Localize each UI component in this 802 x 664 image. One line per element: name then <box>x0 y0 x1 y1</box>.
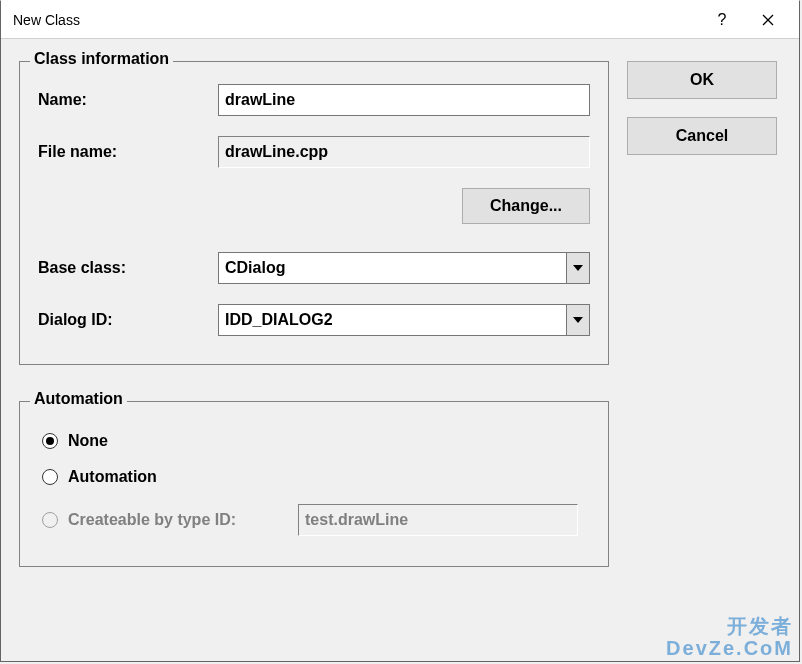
dialog-id-dropdown-button[interactable] <box>566 304 590 336</box>
svg-marker-3 <box>573 317 583 323</box>
name-label: Name: <box>38 91 218 109</box>
change-button[interactable]: Change... <box>462 188 590 224</box>
base-class-dropdown-button[interactable] <box>566 252 590 284</box>
dialog-id-input[interactable] <box>218 304 566 336</box>
class-info-legend: Class information <box>30 50 173 68</box>
watermark: 开发者 DevZe.CoM <box>666 615 793 659</box>
watermark-line2: DevZe.CoM <box>666 637 793 659</box>
dialog-id-label: Dialog ID: <box>38 311 218 329</box>
radio-automation-label: Automation <box>68 468 157 486</box>
chevron-down-icon <box>573 265 583 271</box>
titlebar: New Class ? <box>1 1 799 39</box>
radio-none-label: None <box>68 432 108 450</box>
radio-none-indicator <box>42 433 58 449</box>
base-class-label: Base class: <box>38 259 218 277</box>
close-button[interactable] <box>745 5 791 35</box>
automation-legend: Automation <box>30 390 127 408</box>
radio-automation-indicator <box>42 469 58 485</box>
filename-label: File name: <box>38 143 218 161</box>
close-icon <box>762 14 774 26</box>
class-information-group: Class information Name: File name: drawL… <box>19 61 609 365</box>
help-icon: ? <box>718 11 727 29</box>
new-class-dialog: New Class ? Class information Name: File… <box>0 0 800 662</box>
svg-marker-2 <box>573 265 583 271</box>
radio-typeid: Createable by type ID: test.drawLine <box>42 504 590 536</box>
radio-automation[interactable]: Automation <box>42 468 590 486</box>
window-title: New Class <box>13 12 699 28</box>
chevron-down-icon <box>573 317 583 323</box>
radio-none[interactable]: None <box>42 432 590 450</box>
help-button[interactable]: ? <box>699 5 745 35</box>
typeid-input: test.drawLine <box>298 504 578 536</box>
watermark-line1: 开发者 <box>727 615 793 637</box>
cancel-button[interactable]: Cancel <box>627 117 777 155</box>
automation-group: Automation None Automation Createable by… <box>19 401 609 567</box>
name-input[interactable] <box>218 84 590 116</box>
radio-typeid-label: Createable by type ID: <box>68 511 298 529</box>
ok-button[interactable]: OK <box>627 61 777 99</box>
dialog-buttons: OK Cancel <box>627 61 777 155</box>
base-class-input[interactable] <box>218 252 566 284</box>
base-class-combo[interactable] <box>218 252 590 284</box>
dialog-id-combo[interactable] <box>218 304 590 336</box>
radio-typeid-indicator <box>42 512 58 528</box>
filename-display: drawLine.cpp <box>218 136 590 168</box>
